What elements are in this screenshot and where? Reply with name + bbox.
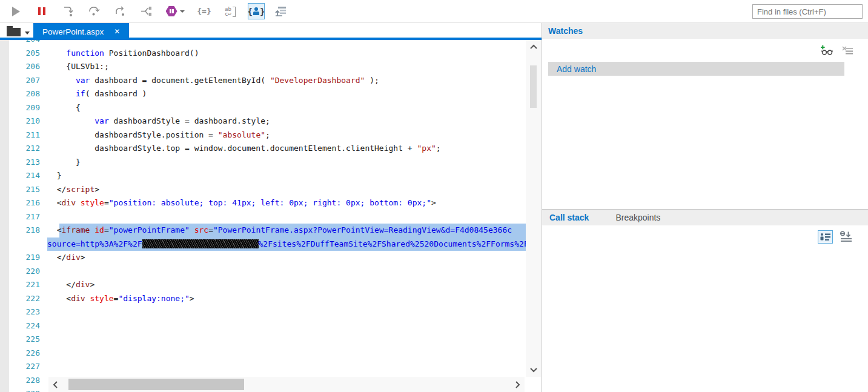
code-line[interactable]: 225: [0, 333, 542, 347]
code-line[interactable]: 227: [0, 360, 542, 374]
line-number[interactable]: 222: [9, 292, 40, 306]
tab-powerpoint-aspx[interactable]: PowerPoint.aspx ✕: [33, 23, 129, 40]
code-line[interactable]: 217: [0, 210, 542, 224]
code-text[interactable]: [47, 360, 526, 374]
pretty-print-icon[interactable]: {=}: [196, 3, 213, 20]
code-text[interactable]: var dashboard = document.getElementById(…: [47, 74, 526, 88]
line-number[interactable]: 226: [9, 347, 40, 360]
code-line[interactable]: 207 var dashboard = document.getElementB…: [0, 74, 542, 88]
vertical-scroll-thumb[interactable]: [530, 65, 537, 108]
code-line[interactable]: 219 </div>: [0, 251, 542, 265]
code-text[interactable]: </script>: [47, 183, 526, 197]
line-number[interactable]: [9, 238, 40, 251]
add-watch-icon[interactable]: [820, 45, 834, 58]
line-number[interactable]: 213: [9, 156, 40, 170]
code-text[interactable]: <div style="display:none;">: [47, 292, 526, 306]
code-line[interactable]: 213 }: [0, 156, 542, 170]
line-number[interactable]: 215: [9, 183, 40, 197]
line-number[interactable]: 218: [9, 224, 40, 238]
code-line[interactable]: 226: [0, 347, 542, 360]
code-text[interactable]: [47, 210, 526, 224]
code-line[interactable]: 222 <div style="display:none;">: [0, 292, 542, 306]
horizontal-scroll-thumb[interactable]: [68, 379, 244, 390]
code-text[interactable]: </div>: [47, 278, 526, 292]
code-text[interactable]: dashboardStyle.top = window.document.doc…: [47, 142, 526, 156]
word-wrap-icon[interactable]: abc↩: [222, 3, 239, 20]
code-line[interactable]: 212 dashboardStyle.top = window.document…: [0, 142, 542, 156]
line-number[interactable]: 214: [9, 169, 40, 183]
line-number[interactable]: 205: [9, 47, 40, 61]
file-picker-folder-icon[interactable]: [7, 28, 21, 36]
code-line[interactable]: 215 </script>: [0, 183, 542, 197]
code-text[interactable]: }: [47, 156, 526, 170]
code-text[interactable]: [47, 347, 526, 360]
line-number[interactable]: 207: [9, 74, 40, 88]
code-text[interactable]: [47, 333, 526, 347]
code-text[interactable]: {: [47, 101, 526, 115]
break-icon[interactable]: [33, 3, 50, 20]
line-number[interactable]: 216: [9, 196, 40, 210]
break-on-new-worker-icon[interactable]: [137, 3, 154, 20]
horizontal-scrollbar[interactable]: [48, 377, 525, 392]
scroll-right-icon[interactable]: [512, 380, 522, 390]
code-line[interactable]: 204: [0, 40, 542, 47]
code-line[interactable]: source=http%3A%2F%2F%2Fsites%2FDuffTeamS…: [0, 238, 542, 251]
step-out-icon[interactable]: [111, 3, 128, 20]
find-in-files-input[interactable]: [752, 4, 863, 19]
file-picker-caret-icon[interactable]: [25, 32, 30, 35]
code-editor[interactable]: 204205 function PositionDashboard()206 {…: [0, 40, 542, 392]
code-text[interactable]: [47, 319, 526, 333]
exception-dropdown-caret[interactable]: [180, 10, 185, 13]
line-number[interactable]: 223: [9, 305, 40, 319]
code-line[interactable]: 214 }: [0, 169, 542, 183]
line-number[interactable]: 225: [9, 333, 40, 347]
continue-icon[interactable]: [7, 3, 24, 20]
code-text[interactable]: source=http%3A%2F%2F%2Fsites%2FDuffTeamS…: [47, 238, 526, 251]
line-number[interactable]: 211: [9, 128, 40, 142]
line-number[interactable]: 227: [9, 360, 40, 374]
code-line[interactable]: 220: [0, 265, 542, 279]
tab-breakpoints[interactable]: Breakpoints: [615, 213, 660, 222]
code-line[interactable]: 221 </div>: [0, 278, 542, 292]
scroll-left-icon[interactable]: [51, 380, 61, 390]
code-text[interactable]: if( dashboard ): [47, 87, 526, 101]
line-number[interactable]: 217: [9, 210, 40, 224]
code-line[interactable]: 211 dashboardStyle.position = "absolute"…: [0, 128, 542, 142]
line-number[interactable]: 204: [9, 40, 40, 47]
load-symbols-icon[interactable]: [273, 3, 290, 20]
code-text[interactable]: [47, 305, 526, 319]
line-number[interactable]: 210: [9, 115, 40, 128]
add-watch-row[interactable]: Add watch: [548, 62, 844, 76]
line-number[interactable]: 206: [9, 60, 40, 74]
code-text[interactable]: dashboardStyle.position = "absolute";: [47, 128, 526, 142]
code-line[interactable]: 205 function PositionDashboard(): [0, 47, 542, 61]
vertical-scrollbar[interactable]: [526, 40, 541, 377]
line-number[interactable]: 212: [9, 142, 40, 156]
scroll-down-icon[interactable]: [529, 365, 538, 374]
line-number[interactable]: 220: [9, 265, 40, 279]
step-over-icon[interactable]: [85, 3, 102, 20]
break-on-next-statement-icon[interactable]: [840, 230, 853, 245]
just-my-code-frames-icon[interactable]: [818, 230, 833, 244]
code-text[interactable]: [47, 265, 526, 279]
code-line[interactable]: 224: [0, 319, 542, 333]
code-text[interactable]: }: [47, 169, 526, 183]
code-line[interactable]: 216 <div style="position: absolute; top:…: [0, 196, 542, 210]
code-line[interactable]: 208 if( dashboard ): [0, 87, 542, 101]
code-text[interactable]: <div style="position: absolute; top: 41p…: [47, 196, 526, 210]
tab-call-stack[interactable]: Call stack: [549, 213, 589, 222]
line-number[interactable]: 224: [9, 319, 40, 333]
line-number[interactable]: 208: [9, 87, 40, 101]
code-text[interactable]: <iframe id="powerPointFrame" src="PowerP…: [47, 224, 526, 238]
step-into-icon[interactable]: [59, 3, 76, 20]
code-line[interactable]: 218 <iframe id="powerPointFrame" src="Po…: [0, 224, 542, 238]
just-my-code-icon[interactable]: {}: [248, 3, 265, 20]
code-line[interactable]: 206 {ULSVb1:;: [0, 60, 542, 74]
clear-watches-icon[interactable]: [841, 45, 853, 58]
line-number[interactable]: 221: [9, 278, 40, 292]
code-text[interactable]: {ULSVb1:;: [47, 60, 526, 74]
code-text[interactable]: </div>: [47, 251, 526, 265]
code-line[interactable]: 209 {: [0, 101, 542, 115]
exception-control-icon[interactable]: [164, 3, 187, 20]
line-number[interactable]: 228: [9, 374, 40, 388]
